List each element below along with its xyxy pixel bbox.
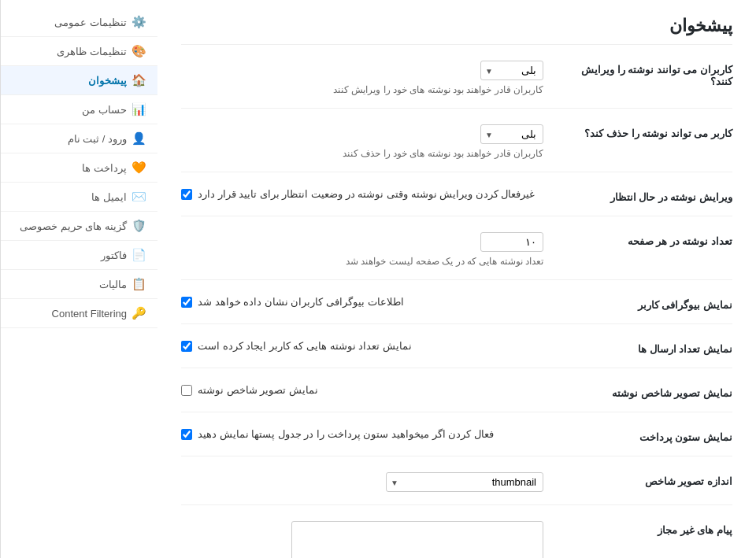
- can-edit-label: کاربران می توانند نوشته را ویرایش کنند؟: [559, 61, 732, 87]
- show-bio-checkbox[interactable]: [181, 297, 192, 308]
- key-icon: 🔑: [132, 306, 146, 320]
- pending-edit-checkbox-label[interactable]: غیرفعال کردن ویرایش نوشته وقتی نوشته در …: [181, 188, 543, 200]
- can-edit-select-wrapper[interactable]: بلی خیر ▼: [480, 61, 543, 80]
- posts-per-page-control: تعداد نوشته هایی که در یک صفحه لیست خواه…: [181, 232, 559, 267]
- image-size-label: اندازه تصویر شاخص: [559, 472, 732, 487]
- show-featured-image-checkbox-text: نمایش تصویر شاخص نوشته: [198, 384, 318, 396]
- can-delete-select[interactable]: بلی خیر: [480, 124, 543, 144]
- show-bio-checkbox-text: اطلاعات بیوگرافی کاربران نشان داده خواهد…: [198, 296, 404, 308]
- image-size-control: thumbnail medium large full ▼: [181, 472, 559, 492]
- show-payment-column-control: فعال کردن اگر میخواهید ستون پرداخت را در…: [181, 428, 559, 440]
- page-title: پیشخوان: [181, 16, 732, 45]
- pending-edit-row: ویرایش نوشته در حال انتظار غیرفعال کردن …: [181, 188, 732, 216]
- sidebar-item-invoice[interactable]: 📄 فاکتور: [1, 241, 158, 270]
- email-icon: ✉️: [132, 190, 146, 204]
- sidebar-item-label: Content Filtering: [52, 308, 127, 320]
- sidebar-item-label: تنظیمات عمومی: [54, 17, 127, 28]
- sidebar-item-label: فاکتور: [101, 249, 127, 261]
- invoice-icon: 📄: [132, 248, 146, 262]
- posts-per-page-input[interactable]: [480, 232, 543, 252]
- sidebar-item-dashboard[interactable]: 🏠 پیشخوان: [1, 66, 158, 95]
- show-bio-checkbox-label[interactable]: اطلاعات بیوگرافی کاربران نشان داده خواهد…: [181, 296, 543, 308]
- payment-icon: 🧡: [132, 161, 146, 175]
- pending-edit-checkbox-text: غیرفعال کردن ویرایش نوشته وقتی نوشته در …: [198, 188, 535, 200]
- sidebar: ⚙️ تنظیمات عمومی 🎨 تنظیمات ظاهری 🏠 پیشخو…: [0, 0, 158, 558]
- can-delete-control: بلی خیر ▼ کاربران قادر خواهند بود نوشته …: [181, 124, 559, 159]
- pending-edit-checkbox[interactable]: [181, 189, 192, 200]
- sidebar-item-label: پیشخوان: [88, 75, 127, 87]
- sidebar-item-emails[interactable]: ✉️ ایمیل ها: [1, 183, 158, 212]
- not-logged-in-message-row: پیام های غیر مجاز کاربرانی که وارد حساب …: [181, 521, 732, 558]
- sidebar-item-label: تنظیمات ظاهری: [57, 46, 127, 57]
- posts-per-page-row: تعداد نوشته در هر صفحه تعداد نوشته هایی …: [181, 232, 732, 280]
- sidebar-item-general-settings[interactable]: ⚙️ تنظیمات عمومی: [1, 8, 158, 37]
- shield-icon: 🛡️: [132, 219, 146, 233]
- show-post-count-checkbox[interactable]: [181, 341, 192, 352]
- show-post-count-control: نمایش تعداد نوشته هایی که کاربر ایجاد کر…: [181, 340, 559, 352]
- paint-icon: 🎨: [132, 44, 146, 58]
- show-bio-row: نمایش بیوگرافی کاربر اطلاعات بیوگرافی کا…: [181, 296, 732, 324]
- gear-icon: ⚙️: [132, 15, 146, 29]
- pending-edit-control: غیرفعال کردن ویرایش نوشته وقتی نوشته در …: [181, 188, 559, 200]
- sidebar-item-label: گزینه های حریم خصوصی: [20, 220, 127, 232]
- sidebar-item-label: حساب من: [82, 104, 127, 116]
- show-bio-label: نمایش بیوگرافی کاربر: [559, 296, 732, 311]
- show-payment-column-checkbox-label[interactable]: فعال کردن اگر میخواهید ستون پرداخت را در…: [181, 428, 543, 440]
- show-post-count-label: نمایش تعداد ارسال ها: [559, 340, 732, 355]
- user-icon: 👤: [132, 131, 146, 146]
- can-edit-description: کاربران قادر خواهند بود نوشته های خود را…: [181, 84, 543, 95]
- sidebar-item-my-account[interactable]: 📊 حساب من: [1, 95, 158, 124]
- show-bio-control: اطلاعات بیوگرافی کاربران نشان داده خواهد…: [181, 296, 559, 308]
- tax-icon: 📋: [132, 277, 146, 291]
- home-icon: 🏠: [132, 73, 146, 87]
- sidebar-item-login-register[interactable]: 👤 ورود / ثبت نام: [1, 124, 158, 153]
- image-size-select[interactable]: thumbnail medium large full: [386, 472, 543, 492]
- show-featured-image-label: نمایش تصویر شاخص نوشته: [559, 384, 732, 399]
- can-edit-select[interactable]: بلی خیر: [480, 61, 543, 80]
- show-payment-column-row: نمایش ستون پرداخت فعال کردن اگر میخواهید…: [181, 428, 732, 456]
- show-payment-column-checkbox[interactable]: [181, 429, 192, 440]
- show-featured-image-row: نمایش تصویر شاخص نوشته نمایش تصویر شاخص …: [181, 384, 732, 412]
- image-size-select-wrapper[interactable]: thumbnail medium large full ▼: [386, 472, 543, 492]
- show-featured-image-checkbox[interactable]: [181, 385, 192, 396]
- can-edit-control: بلی خیر ▼ کاربران قادر خواهند بود نوشته …: [181, 61, 559, 95]
- show-featured-image-control: نمایش تصویر شاخص نوشته: [181, 384, 559, 396]
- show-payment-column-checkbox-text: فعال کردن اگر میخواهید ستون پرداخت را در…: [198, 428, 494, 440]
- can-delete-label: کاربر می تواند نوشته را حذف کند؟: [559, 124, 732, 139]
- account-icon: 📊: [132, 102, 146, 116]
- show-payment-column-label: نمایش ستون پرداخت: [559, 428, 732, 443]
- show-post-count-checkbox-label[interactable]: نمایش تعداد نوشته هایی که کاربر ایجاد کر…: [181, 340, 543, 352]
- sidebar-item-content-filtering[interactable]: 🔑 Content Filtering: [1, 299, 158, 328]
- sidebar-item-payments[interactable]: 🧡 پرداخت ها: [1, 153, 158, 183]
- not-logged-in-message-control: کاربرانی که وارد حساب خود نشده اند این پ…: [181, 521, 559, 558]
- can-delete-description: کاربران قادر خواهند بود نوشته های خود را…: [181, 148, 543, 159]
- sidebar-item-label: مالیات: [99, 279, 127, 290]
- sidebar-item-appearance-settings[interactable]: 🎨 تنظیمات ظاهری: [1, 37, 158, 66]
- can-edit-row: کاربران می توانند نوشته را ویرایش کنند؟ …: [181, 61, 732, 109]
- posts-per-page-description: تعداد نوشته هایی که در یک صفحه لیست خواه…: [181, 256, 543, 267]
- sidebar-item-label: ایمیل ها: [91, 191, 127, 203]
- can-delete-select-wrapper[interactable]: بلی خیر ▼: [480, 124, 543, 144]
- posts-per-page-label: تعداد نوشته در هر صفحه: [559, 232, 732, 247]
- show-post-count-row: نمایش تعداد ارسال ها نمایش تعداد نوشته ه…: [181, 340, 732, 368]
- sidebar-item-tax[interactable]: 📋 مالیات: [1, 270, 158, 299]
- not-logged-in-message-textarea[interactable]: [291, 521, 543, 558]
- sidebar-item-privacy-options[interactable]: 🛡️ گزینه های حریم خصوصی: [1, 212, 158, 241]
- show-post-count-checkbox-text: نمایش تعداد نوشته هایی که کاربر ایجاد کر…: [198, 340, 412, 352]
- pending-edit-label: ویرایش نوشته در حال انتظار: [559, 188, 732, 203]
- sidebar-item-label: پرداخت ها: [82, 162, 127, 174]
- can-delete-row: کاربر می تواند نوشته را حذف کند؟ بلی خیر…: [181, 124, 732, 172]
- image-size-row: اندازه تصویر شاخص thumbnail medium large…: [181, 472, 732, 505]
- show-featured-image-checkbox-label[interactable]: نمایش تصویر شاخص نوشته: [181, 384, 543, 396]
- sidebar-item-label: ورود / ثبت نام: [68, 133, 127, 145]
- not-logged-in-message-label: پیام های غیر مجاز: [559, 521, 732, 536]
